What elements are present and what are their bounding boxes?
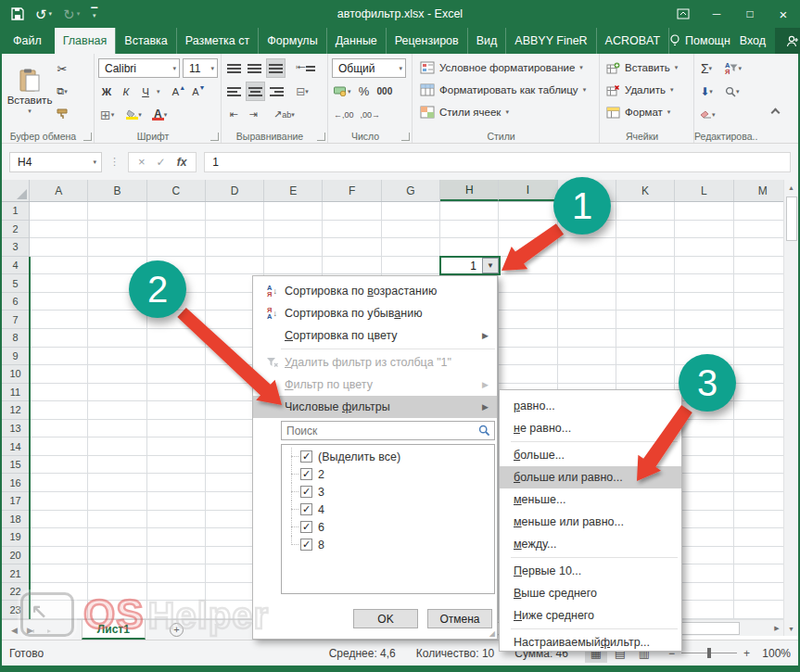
row-header[interactable]: 3 bbox=[2, 238, 29, 257]
filter-search-box[interactable] bbox=[281, 421, 495, 440]
scroll-right-icon[interactable]: ▶ bbox=[770, 621, 783, 636]
cancel-button[interactable]: Отмена bbox=[427, 609, 492, 628]
delete-cells-button[interactable]: Удалить▾ bbox=[603, 79, 691, 101]
ribbon-tab[interactable]: Данные bbox=[326, 28, 386, 54]
search-input[interactable] bbox=[282, 425, 474, 437]
sheet-tab[interactable]: Лист1 bbox=[82, 620, 146, 640]
conditional-formatting-button[interactable]: Условное форматирование▾ bbox=[416, 57, 596, 79]
column-header[interactable]: B bbox=[88, 180, 146, 201]
insert-function-icon[interactable]: fx bbox=[177, 156, 187, 169]
autosum-button[interactable]: Σ▾ bbox=[698, 58, 715, 78]
row-header[interactable]: 6 bbox=[2, 293, 29, 311]
row-header[interactable]: 12 bbox=[2, 401, 29, 420]
fill-color-button[interactable]: ▾ bbox=[124, 105, 144, 124]
name-box[interactable]: H4▾ bbox=[9, 152, 102, 172]
align-middle-button[interactable] bbox=[246, 58, 263, 78]
filter-checkbox-item[interactable]: ✓ 3 bbox=[287, 483, 494, 501]
submenu-item-not-equals[interactable]: не равно... bbox=[500, 417, 681, 439]
align-right-button[interactable] bbox=[268, 82, 286, 101]
ribbon-tab[interactable]: Вид bbox=[467, 28, 506, 54]
checked-checkbox-icon[interactable]: ✓ bbox=[300, 450, 312, 463]
filter-checkbox-item[interactable]: ✓ 6 bbox=[287, 518, 494, 536]
cell-styles-button[interactable]: Стили ячеек▾ bbox=[416, 101, 596, 123]
maximize-button[interactable]: □ bbox=[733, 0, 767, 28]
row-header[interactable]: 16 bbox=[2, 474, 29, 492]
zoom-in-button[interactable]: + bbox=[743, 647, 750, 660]
paste-button[interactable]: Вставить ▾ bbox=[6, 57, 54, 127]
row-header[interactable]: 19 bbox=[2, 528, 29, 547]
checked-checkbox-icon[interactable]: ✓ bbox=[300, 503, 312, 515]
font-name-combo[interactable]: Calibri▾ bbox=[98, 58, 180, 78]
paste-dropdown-caret[interactable]: ▾ bbox=[28, 108, 32, 115]
submenu-item-below-average[interactable]: Ниже среднего bbox=[500, 604, 681, 627]
column-header[interactable]: F bbox=[323, 180, 381, 201]
alignment-dialog-launcher-icon[interactable] bbox=[317, 133, 325, 141]
align-left-button[interactable] bbox=[225, 82, 243, 101]
close-button[interactable]: × bbox=[767, 0, 800, 28]
customize-qat-button[interactable]: ▔▾ bbox=[91, 10, 97, 18]
decrease-decimal-button[interactable]: ,00→ bbox=[359, 105, 383, 124]
row-header[interactable]: 10 bbox=[2, 365, 29, 384]
cancel-entry-icon[interactable]: × bbox=[138, 155, 146, 169]
checked-checkbox-icon[interactable]: ✓ bbox=[300, 468, 312, 480]
submenu-item-less-or-equal[interactable]: меньше или равно... bbox=[500, 511, 681, 533]
menu-item-number-filters[interactable]: Числовые фильтры ▶ bbox=[253, 396, 497, 418]
wrap-text-button[interactable]: ⭰ bbox=[294, 58, 317, 78]
row-header[interactable]: 23 bbox=[2, 601, 29, 619]
copy-button[interactable]: ⧉▾ bbox=[54, 82, 70, 101]
filter-checkbox-item[interactable]: ✓ 8 bbox=[287, 536, 494, 553]
submenu-item-greater-or-equal[interactable]: больше или равно... bbox=[500, 466, 681, 488]
ribbon-tab[interactable]: Разметка ст bbox=[176, 28, 258, 54]
row-header[interactable]: 5 bbox=[2, 274, 29, 293]
row-header[interactable]: 9 bbox=[2, 348, 29, 366]
submenu-item-less-than[interactable]: меньше... bbox=[500, 488, 681, 511]
decrease-indent-button[interactable]: ⇤ bbox=[225, 105, 242, 124]
submenu-item-top-10[interactable]: Первые 10... bbox=[500, 560, 681, 582]
orientation-button[interactable]: ↗ab▾ bbox=[272, 105, 297, 124]
menu-item-sort-by-color[interactable]: Сортировка по цвету ▶ bbox=[253, 324, 497, 347]
ribbon-tab[interactable]: Формулы bbox=[258, 28, 325, 54]
sort-filter-button[interactable]: АЯ▾ bbox=[723, 58, 743, 78]
format-cells-button[interactable]: Формат▾ bbox=[603, 101, 691, 123]
add-sheet-button[interactable]: + bbox=[170, 623, 184, 637]
redo-button[interactable]: ↻▾ bbox=[63, 7, 80, 21]
font-color-button[interactable]: А▾ bbox=[150, 105, 170, 124]
cut-button[interactable]: ✂ bbox=[54, 59, 70, 79]
column-header[interactable]: K bbox=[616, 180, 675, 201]
resize-grip-icon[interactable]: ◢ bbox=[489, 629, 495, 638]
row-header[interactable]: 4 bbox=[2, 257, 29, 275]
row-header[interactable]: 17 bbox=[2, 492, 29, 511]
vertical-scroll-thumb[interactable] bbox=[786, 197, 797, 241]
ribbon-tab[interactable]: Вставка bbox=[115, 28, 175, 54]
font-size-combo[interactable]: 11▾ bbox=[183, 58, 218, 78]
search-icon[interactable] bbox=[474, 425, 494, 437]
ribbon-tab[interactable]: Рецензиров bbox=[386, 28, 467, 54]
filter-checkbox-item[interactable]: ✓ 4 bbox=[287, 501, 494, 518]
menu-item-sort-descending[interactable]: ЯА↓ Сортировка по убыванию bbox=[253, 302, 497, 324]
filter-checkbox-item[interactable]: ✓ (Выделить все) bbox=[287, 448, 494, 465]
zoom-slider-thumb[interactable] bbox=[707, 648, 711, 658]
undo-button[interactable]: ↺▾ bbox=[35, 7, 52, 21]
column-header[interactable]: A bbox=[30, 180, 88, 201]
bold-button[interactable]: Ж bbox=[98, 82, 115, 101]
align-top-button[interactable] bbox=[225, 58, 243, 78]
font-dialog-launcher-icon[interactable] bbox=[210, 133, 219, 141]
scroll-down-icon[interactable]: ▼ bbox=[785, 621, 798, 636]
row-header[interactable]: 15 bbox=[2, 456, 29, 475]
align-bottom-button[interactable] bbox=[266, 58, 286, 78]
number-format-combo[interactable]: Общий▾ bbox=[332, 58, 406, 78]
row-header[interactable]: 18 bbox=[2, 511, 29, 529]
number-dialog-launcher-icon[interactable] bbox=[401, 133, 410, 141]
insert-cells-button[interactable]: Вставить▾ bbox=[603, 57, 691, 79]
row-header[interactable]: 2 bbox=[2, 221, 29, 239]
column-header[interactable]: I bbox=[499, 180, 557, 201]
select-all-corner[interactable] bbox=[2, 180, 30, 201]
sign-in-link[interactable]: Вход bbox=[740, 34, 766, 47]
checked-checkbox-icon[interactable]: ✓ bbox=[300, 486, 312, 498]
ribbon-tab[interactable]: ACROBAT bbox=[596, 28, 670, 54]
collapse-ribbon-button[interactable] bbox=[771, 108, 781, 118]
clipboard-dialog-launcher-icon[interactable] bbox=[83, 133, 92, 141]
grow-font-button[interactable]: А▲ bbox=[171, 82, 188, 101]
accounting-format-button[interactable]: ▾ bbox=[332, 82, 353, 101]
column-header[interactable]: C bbox=[147, 180, 206, 201]
